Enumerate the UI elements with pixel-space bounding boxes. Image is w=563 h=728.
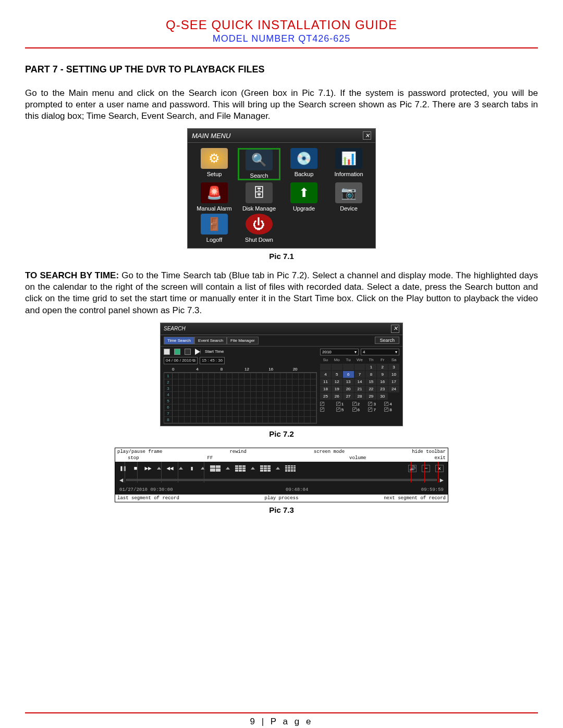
exit-icon[interactable]: ✕ xyxy=(435,465,444,472)
grid-cell[interactable] xyxy=(311,392,317,398)
grid-cell[interactable] xyxy=(311,398,317,404)
cal-day[interactable]: 10 xyxy=(388,371,399,378)
start-date-input[interactable]: 04 / 06 / 2010 ⧉ xyxy=(164,357,198,364)
grid-cell[interactable] xyxy=(299,379,305,386)
cal-day[interactable]: 27 xyxy=(343,393,354,400)
cal-day[interactable]: 1 xyxy=(365,364,376,371)
grid-cell[interactable] xyxy=(232,417,239,423)
rewind-icon[interactable]: ◀◀ xyxy=(166,465,174,472)
grid-cell[interactable] xyxy=(244,379,251,386)
grid-cell[interactable] xyxy=(221,373,227,379)
grid-cell[interactable] xyxy=(209,417,215,423)
check-3[interactable]: 3 xyxy=(368,402,383,406)
grid-cell[interactable] xyxy=(275,398,281,404)
grid-cell[interactable] xyxy=(197,411,203,417)
grid-cell[interactable] xyxy=(191,404,197,411)
grid-cell[interactable] xyxy=(256,386,263,392)
grid-cell[interactable] xyxy=(287,386,293,392)
cal-day[interactable]: 30 xyxy=(377,393,388,400)
close-icon[interactable]: ✕ xyxy=(391,325,399,333)
cal-day[interactable]: 9 xyxy=(377,371,388,378)
grid-cell[interactable] xyxy=(311,386,317,392)
grid-cell[interactable] xyxy=(268,404,275,411)
grid-cell[interactable] xyxy=(179,398,185,404)
grid-cell[interactable] xyxy=(173,392,179,398)
grid-cell[interactable] xyxy=(304,398,311,404)
grid-cell[interactable] xyxy=(292,386,299,392)
grid-cell[interactable] xyxy=(244,392,251,398)
grid-cell[interactable] xyxy=(232,404,239,411)
grid-cell[interactable] xyxy=(239,398,245,404)
grid-cell[interactable] xyxy=(239,404,245,411)
grid-cell[interactable] xyxy=(191,417,197,423)
grid-cell[interactable] xyxy=(244,373,251,379)
grid-cell[interactable] xyxy=(280,373,287,379)
grid-cell[interactable] xyxy=(287,404,293,411)
grid-cell[interactable] xyxy=(221,404,227,411)
month-select[interactable]: 4▾ xyxy=(361,349,399,355)
cal-day[interactable]: 25 xyxy=(320,393,331,400)
cal-day[interactable]: 4 xyxy=(320,371,331,378)
check-8[interactable]: 8 xyxy=(384,408,399,412)
grid-cell[interactable] xyxy=(185,379,191,386)
grid-cell[interactable] xyxy=(251,386,257,392)
grid-cell[interactable] xyxy=(209,392,215,398)
grid-cell[interactable] xyxy=(287,417,293,423)
grid-cell[interactable] xyxy=(275,386,281,392)
cal-day[interactable]: 7 xyxy=(354,371,365,378)
menu-information[interactable]: 📊Information xyxy=(327,148,370,180)
grid-cell[interactable] xyxy=(304,386,311,392)
grid-cell[interactable] xyxy=(304,392,311,398)
grid-cell[interactable] xyxy=(299,404,305,411)
grid-cell[interactable] xyxy=(179,373,185,379)
grid-cell[interactable] xyxy=(239,411,245,417)
grid-cell[interactable] xyxy=(263,392,269,398)
cal-day[interactable]: 13 xyxy=(343,378,354,385)
grid-cell[interactable] xyxy=(197,379,203,386)
grid-cell[interactable] xyxy=(221,386,227,392)
grid-cell[interactable] xyxy=(232,373,239,379)
cal-day[interactable]: 29 xyxy=(365,393,376,400)
grid-cell[interactable] xyxy=(304,411,311,417)
grid-cell[interactable] xyxy=(232,386,239,392)
grid-cell[interactable] xyxy=(173,373,179,379)
grid-cell[interactable] xyxy=(227,398,233,404)
play-track[interactable] xyxy=(126,479,437,481)
cal-day[interactable]: 8 xyxy=(365,371,376,378)
grid-cell[interactable] xyxy=(232,392,239,398)
grid-cell[interactable] xyxy=(179,404,185,411)
grid-cell[interactable] xyxy=(292,373,299,379)
grid-cell[interactable] xyxy=(227,386,233,392)
grid-cell[interactable] xyxy=(215,373,221,379)
grid-cell[interactable] xyxy=(292,411,299,417)
grid-cell[interactable] xyxy=(268,392,275,398)
cal-day[interactable]: 21 xyxy=(354,386,365,392)
next-segment-icon[interactable]: ▶ xyxy=(440,476,444,484)
grid-cell[interactable] xyxy=(268,417,275,423)
prev-segment-icon[interactable]: ◀ xyxy=(119,476,123,484)
grid-cell[interactable] xyxy=(179,379,185,386)
grid-cell[interactable] xyxy=(179,392,185,398)
time-grid[interactable]: 12345678 xyxy=(164,373,317,424)
grid-cell[interactable] xyxy=(292,392,299,398)
grid-cell[interactable] xyxy=(263,398,269,404)
display-mode-4[interactable] xyxy=(174,349,180,355)
grid-cell[interactable] xyxy=(203,404,209,411)
grid-cell[interactable] xyxy=(173,398,179,404)
grid-cell[interactable] xyxy=(215,411,221,417)
grid-cell[interactable] xyxy=(215,386,221,392)
grid-cell[interactable] xyxy=(209,373,215,379)
grid-cell[interactable] xyxy=(173,404,179,411)
grid-cell[interactable] xyxy=(292,379,299,386)
grid-cell[interactable] xyxy=(263,417,269,423)
grid-cell[interactable] xyxy=(251,398,257,404)
grid-cell[interactable] xyxy=(311,411,317,417)
grid-cell[interactable] xyxy=(275,417,281,423)
grid-cell[interactable] xyxy=(191,379,197,386)
hide-toolbar-icon[interactable]: — xyxy=(422,465,430,472)
start-time-input[interactable]: 15 : 45 : 36 xyxy=(200,357,225,364)
grid-cell[interactable] xyxy=(275,373,281,379)
grid-cell[interactable] xyxy=(215,404,221,411)
grid-cell[interactable] xyxy=(191,398,197,404)
grid-cell[interactable] xyxy=(191,373,197,379)
